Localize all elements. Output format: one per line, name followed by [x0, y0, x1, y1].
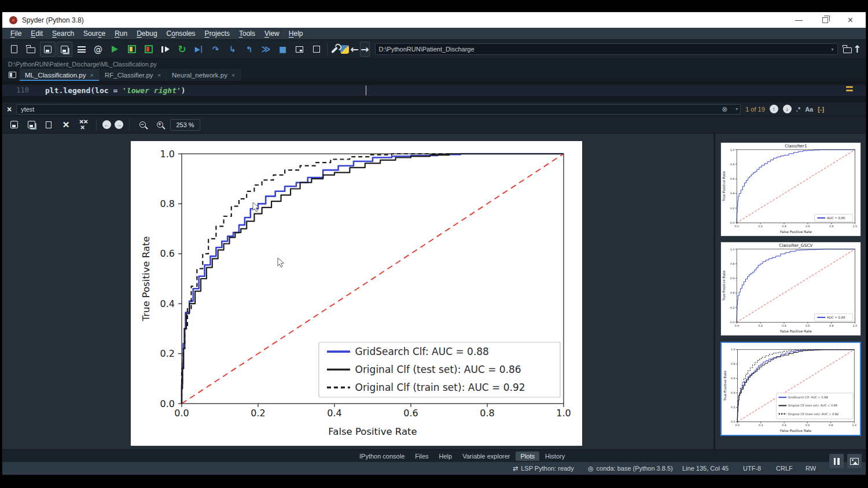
menu-item-debug[interactable]: Debug — [132, 29, 161, 38]
thumbnail-combined-roc[interactable]: 0.00.00.20.20.40.40.60.60.80.81.01.0Fals… — [720, 342, 861, 436]
menu-item-search[interactable]: Search — [47, 29, 79, 38]
working-directory-field[interactable]: D:\PythonRUN\Patient_Discharge ▾ — [375, 43, 838, 55]
debug-file-button[interactable]: ▶| — [191, 42, 207, 57]
tab-label: ML_Classification.py — [25, 72, 86, 79]
copy-plot-button[interactable] — [42, 119, 56, 131]
menu-item-projects[interactable]: Projects — [200, 29, 234, 38]
open-file-button[interactable] — [23, 42, 39, 57]
plot-thumbnails-panel: 0.00.00.20.20.40.40.60.60.80.81.01.0Fals… — [715, 134, 866, 449]
back-button[interactable]: ← — [350, 42, 359, 57]
find-close-icon[interactable]: × — [7, 105, 12, 114]
restore-icon[interactable] — [822, 17, 828, 23]
debug-continue-button[interactable]: ≫ — [258, 42, 274, 57]
menu-item-edit[interactable]: Edit — [26, 29, 47, 38]
pane-tab-history[interactable]: History — [540, 452, 569, 461]
save-file-icon — [44, 46, 52, 53]
regex-toggle[interactable]: .* — [796, 106, 800, 113]
svg-text:True Positive Rate: True Positive Rate — [141, 236, 152, 322]
remove-plot-button[interactable]: ✕ — [59, 119, 73, 131]
forward-button[interactable]: → — [360, 42, 369, 57]
svg-text:True Positive Rate: True Positive Rate — [723, 371, 727, 401]
find-input[interactable]: ytest ⊗ ▾ — [16, 104, 741, 114]
menu-item-tools[interactable]: Tools — [234, 29, 260, 38]
pane-tab-variable-explorer[interactable]: Variable explorer — [458, 452, 514, 461]
preferences-button[interactable] — [330, 42, 339, 57]
chevron-down-icon[interactable]: ▾ — [829, 45, 836, 53]
step-over-button[interactable]: ↷ — [208, 42, 223, 57]
whole-words-toggle[interactable]: [-] — [818, 106, 824, 113]
new-file-button[interactable] — [6, 42, 22, 57]
code-editor[interactable]: 110 plt.legend(loc = 'lower right') — [2, 82, 866, 102]
save-all-button[interactable] — [57, 42, 72, 57]
step-out-button[interactable]: ↰ — [241, 42, 257, 57]
up-arrow-icon: ↑ — [853, 45, 861, 54]
text-cursor — [366, 86, 366, 95]
previous-plot-button[interactable]: ← — [102, 120, 111, 129]
case-sensitive-toggle[interactable]: Aa — [805, 106, 813, 113]
close-tab-icon[interactable]: × — [231, 72, 235, 79]
browse-tabs-button[interactable] — [5, 69, 20, 81]
pause-plotting-button[interactable] — [829, 454, 844, 468]
find-symbols-button[interactable]: @ — [90, 42, 106, 57]
remove-all-plots-button[interactable]: ✕✕ ✕ — [76, 119, 90, 131]
close-tab-icon[interactable]: × — [90, 72, 93, 79]
browse-tabs-icon — [9, 72, 16, 78]
menu-item-file[interactable]: File — [6, 29, 26, 38]
menu-item-source[interactable]: Source — [79, 29, 110, 38]
step-into-icon: ↳ — [229, 45, 236, 53]
python-env-button[interactable] — [340, 42, 349, 57]
svg-text:1.0: 1.0 — [160, 149, 175, 160]
breadcrumb: D:\PythonRUN\Patient_Discharge\ML_Classi… — [2, 59, 866, 69]
permission-status: RW — [806, 462, 816, 475]
run-selection-button[interactable] — [157, 42, 173, 57]
thumbnail-classifier1[interactable]: 0.00.00.20.20.40.40.60.60.80.81.01.0Fals… — [720, 142, 861, 236]
run-file-icon — [112, 46, 118, 53]
svg-text:0.2: 0.2 — [759, 424, 763, 427]
close-tab-icon[interactable]: × — [157, 72, 161, 79]
step-into-button[interactable]: ↳ — [225, 42, 240, 57]
save-icon — [10, 121, 18, 128]
run-file-button[interactable] — [107, 42, 123, 57]
save-all-plots-button[interactable] — [24, 119, 38, 131]
file-switcher-button[interactable] — [73, 42, 89, 57]
lsp-sync-icon: ⇄ — [513, 465, 518, 472]
maximize-pane-button[interactable] — [308, 42, 324, 57]
open-new-window-button[interactable] — [292, 42, 307, 57]
browse-directory-button[interactable] — [843, 42, 852, 57]
editor-tab-ml_classification-py[interactable]: ML_Classification.py× — [20, 69, 100, 81]
run-cell-button[interactable] — [124, 42, 139, 57]
find-previous-button[interactable]: ↑ — [770, 105, 778, 113]
restart-kernel-button[interactable]: ↻ — [174, 42, 190, 57]
conda-status: ◎conda: base (Python 3.8.5) — [588, 462, 673, 475]
menu-item-consoles[interactable]: Consoles — [162, 29, 200, 38]
parent-directory-button[interactable]: ↑ — [853, 42, 862, 57]
svg-text:False Positive Rate: False Positive Rate — [780, 230, 812, 234]
menu-item-help[interactable]: Help — [284, 29, 308, 38]
forward-arrow-icon: → — [361, 45, 369, 54]
pane-tab-help[interactable]: Help — [435, 452, 457, 461]
pane-tab-plots[interactable]: Plots — [516, 452, 539, 461]
run-cell-and-advance-button[interactable] — [141, 42, 156, 57]
close-icon[interactable]: × — [848, 16, 853, 24]
find-next-button[interactable]: ↓ — [783, 105, 792, 113]
save-plot-button[interactable] — [7, 119, 21, 131]
save-file-button[interactable] — [40, 42, 56, 57]
pane-tab-files[interactable]: Files — [410, 452, 433, 461]
menu-item-view[interactable]: View — [260, 29, 284, 38]
pane-tab-ipython-console[interactable]: IPython console — [355, 452, 409, 461]
restart-kernel-icon: ↻ — [178, 45, 186, 54]
plots-toolbar: ✕ ✕✕ ✕ ← → − + 253 % — [2, 116, 866, 134]
find-history-chevron-icon[interactable]: ▾ — [735, 106, 738, 112]
inline-plot-button[interactable] — [847, 454, 862, 468]
next-plot-button[interactable]: → — [115, 120, 123, 129]
menu-item-run[interactable]: Run — [110, 29, 132, 38]
editor-tab-rf_classifier-py[interactable]: RF_Classifier.py× — [100, 69, 167, 81]
zoom-in-button[interactable]: + — [153, 119, 167, 131]
editor-tab-neural_network-py[interactable]: Neural_network.py× — [167, 69, 241, 81]
debug-stop-button[interactable]: ■ — [275, 42, 290, 57]
minimize-icon[interactable]: — — [795, 16, 803, 24]
zoom-out-button[interactable]: − — [135, 119, 149, 131]
thumbnail-classifier-gscv[interactable]: 0.00.00.20.20.40.40.60.60.80.81.01.0Fals… — [720, 242, 861, 336]
clear-search-icon[interactable]: ⊗ — [722, 105, 727, 113]
open-file-icon — [27, 47, 35, 53]
